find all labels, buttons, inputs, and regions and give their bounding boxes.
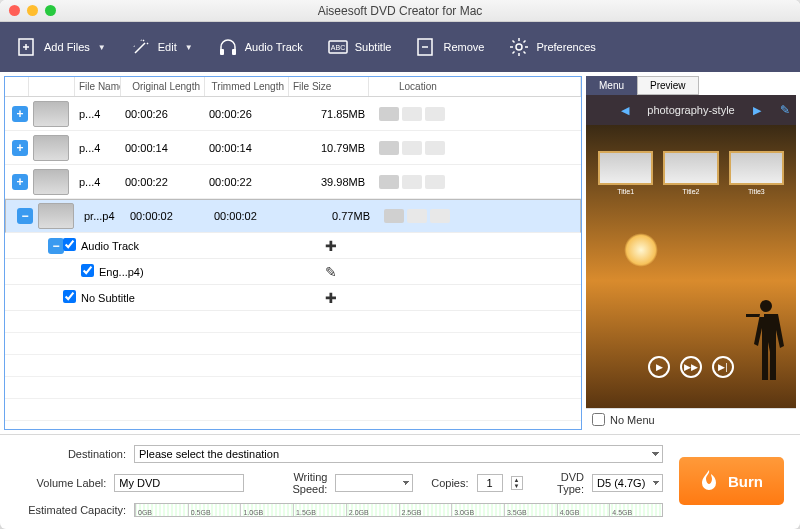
preferences-button[interactable]: Preferences [508, 36, 595, 58]
volume-label-input[interactable] [114, 474, 244, 492]
empty-row [5, 311, 581, 333]
audio-track-button[interactable]: Audio Track [217, 36, 303, 58]
subtitle-icon: ABC [327, 36, 349, 58]
add-files-button[interactable]: Add Files ▼ [16, 36, 106, 58]
svg-rect-1 [220, 49, 224, 55]
expand-icon[interactable]: + [12, 174, 28, 190]
toolbar: Add Files ▼ Edit ▼ Audio Track ABC Subti… [0, 22, 800, 72]
audio-item-label: Eng...p4) [81, 266, 291, 278]
frame-image [663, 151, 718, 185]
flame-icon [700, 470, 718, 493]
capacity-tick: 0GB [135, 504, 188, 516]
table-row[interactable]: −pr...p400:00:0200:00:020.77MB [5, 199, 581, 233]
cell-location [369, 107, 581, 121]
empty-row [5, 355, 581, 377]
capacity-tick: 1.5GB [293, 504, 346, 516]
destination-select[interactable]: Please select the destination [134, 445, 663, 463]
writing-speed-select[interactable] [335, 474, 413, 492]
video-thumbnail [33, 169, 69, 195]
titlebar: Aiseesoft DVD Creator for Mac [0, 0, 800, 22]
cell-file-size: 0.77MB [294, 210, 374, 222]
add-files-icon [16, 36, 38, 58]
destination-label: Destination: [16, 448, 126, 460]
gear-icon [508, 36, 530, 58]
collapse-icon[interactable]: − [48, 238, 64, 254]
add-subtitle-icon[interactable]: ✚ [291, 290, 371, 306]
audio-track-group[interactable]: −Audio Track✚ [5, 233, 581, 259]
table-header: File Name Original Length Trimmed Length… [5, 77, 581, 97]
no-menu-checkbox[interactable] [592, 413, 605, 426]
main-area: File Name Original Length Trimmed Length… [0, 72, 800, 435]
expand-icon[interactable]: + [12, 106, 28, 122]
edit-theme-icon[interactable]: ✎ [780, 103, 790, 117]
add-audio-icon[interactable]: ✚ [291, 238, 371, 254]
cell-original-length: 00:00:14 [121, 142, 205, 154]
svg-text:ABC: ABC [331, 44, 345, 51]
menu-frame[interactable]: Title1 [598, 151, 653, 195]
cell-original-length: 00:00:26 [121, 108, 205, 120]
col-file-size[interactable]: File Size [289, 77, 369, 96]
collapse-icon[interactable]: − [17, 208, 33, 224]
col-location[interactable]: Location [369, 77, 581, 96]
cell-file-size: 39.98MB [289, 176, 369, 188]
edit-audio-icon[interactable]: ✎ [291, 264, 371, 280]
dvd-type-select[interactable]: D5 (4.7G) [592, 474, 663, 492]
col-filename[interactable]: File Name [75, 77, 121, 96]
edit-button[interactable]: Edit ▼ [130, 36, 193, 58]
remove-label: Remove [443, 41, 484, 53]
next-icon[interactable]: ▶▶ [680, 356, 702, 378]
frame-title: Title1 [598, 188, 653, 195]
copies-label: Copies: [431, 477, 468, 489]
add-files-label: Add Files [44, 41, 90, 53]
app-window: Aiseesoft DVD Creator for Mac Add Files … [0, 0, 800, 529]
preferences-label: Preferences [536, 41, 595, 53]
col-original-length[interactable]: Original Length [121, 77, 205, 96]
prev-theme-icon[interactable]: ◀ [621, 104, 629, 117]
subtitle-button[interactable]: ABC Subtitle [327, 36, 392, 58]
edit-label: Edit [158, 41, 177, 53]
video-thumbnail [33, 101, 69, 127]
remove-button[interactable]: Remove [415, 36, 484, 58]
dvd-type-label: DVD Type: [541, 471, 585, 495]
remove-icon [415, 36, 437, 58]
play-icon[interactable]: ▶ [648, 356, 670, 378]
cell-filename: p...4 [75, 142, 121, 154]
file-list-panel: File Name Original Length Trimmed Length… [4, 76, 582, 430]
capacity-tick: 0.5GB [188, 504, 241, 516]
next-theme-icon[interactable]: ▶ [753, 104, 761, 117]
theme-name: photography-style [647, 104, 734, 116]
subtitle-label: No Subtitle [81, 292, 291, 304]
magic-wand-icon [130, 36, 152, 58]
subtitle-item[interactable]: No Subtitle✚ [5, 285, 581, 311]
audio-track-label: Audio Track [245, 41, 303, 53]
volume-label: Volume Label: [16, 477, 106, 489]
writing-speed-label: Writing Speed: [268, 471, 327, 495]
col-trimmed-length[interactable]: Trimmed Length [205, 77, 289, 96]
audio-track-checkbox[interactable] [63, 238, 76, 251]
preview-panel: Menu Preview ◀ photography-style ▶ ✎ Tit… [586, 76, 796, 430]
tab-menu[interactable]: Menu [586, 76, 637, 95]
capacity-tick: 4.5GB [609, 504, 662, 516]
capacity-tick: 1.0GB [240, 504, 293, 516]
burn-button[interactable]: Burn [679, 457, 784, 505]
frame-image [598, 151, 653, 185]
frame-image [729, 151, 784, 185]
expand-icon[interactable]: + [12, 140, 28, 156]
table-row[interactable]: +p...400:00:2200:00:2239.98MB [5, 165, 581, 199]
table-row[interactable]: +p...400:00:2600:00:2671.85MB [5, 97, 581, 131]
no-menu-label: No Menu [610, 414, 655, 426]
audio-track-item[interactable]: Eng...p4)✎ [5, 259, 581, 285]
table-row[interactable]: +p...400:00:1400:00:1410.79MB [5, 131, 581, 165]
capacity-tick: 2.0GB [346, 504, 399, 516]
copies-input[interactable] [477, 474, 503, 492]
chevron-down-icon: ▼ [98, 43, 106, 52]
menu-frame[interactable]: Title2 [663, 151, 718, 195]
copies-stepper[interactable]: ▲▼ [511, 476, 523, 490]
menu-frame[interactable]: Title3 [729, 151, 784, 195]
skip-icon[interactable]: ▶| [712, 356, 734, 378]
cell-trimmed-length: 00:00:14 [205, 142, 289, 154]
tab-preview[interactable]: Preview [637, 76, 699, 95]
subtitle-checkbox[interactable] [63, 290, 76, 303]
capacity-bar: 0GB0.5GB1.0GB1.5GB2.0GB2.5GB3.0GB3.5GB4.… [134, 503, 663, 517]
capacity-tick: 3.5GB [504, 504, 557, 516]
